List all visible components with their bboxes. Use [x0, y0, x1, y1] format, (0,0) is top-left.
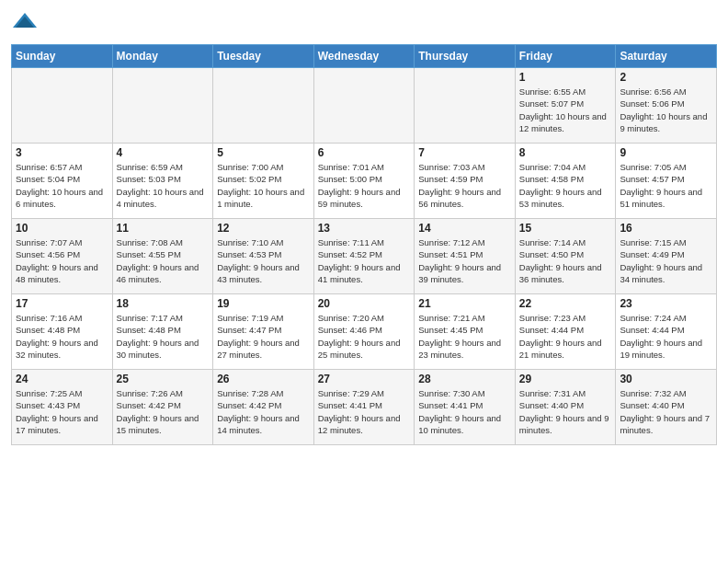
day-cell: 6Sunrise: 7:01 AM Sunset: 5:00 PM Daylig… — [313, 144, 415, 219]
day-info: Sunrise: 7:03 AM Sunset: 4:59 PM Dayligh… — [418, 161, 511, 210]
day-number: 30 — [620, 373, 712, 385]
day-info: Sunrise: 7:01 AM Sunset: 5:00 PM Dayligh… — [318, 161, 411, 210]
day-number: 3 — [16, 146, 108, 159]
day-info: Sunrise: 7:04 AM Sunset: 4:58 PM Dayligh… — [519, 161, 612, 210]
day-cell: 4Sunrise: 6:59 AM Sunset: 5:03 PM Daylig… — [112, 144, 213, 219]
day-info: Sunrise: 6:59 AM Sunset: 5:03 PM Dayligh… — [117, 161, 210, 210]
day-number: 15 — [519, 222, 612, 235]
day-cell: 2Sunrise: 6:56 AM Sunset: 5:06 PM Daylig… — [616, 68, 717, 144]
header — [11, 9, 717, 37]
column-header-wednesday: Wednesday — [313, 45, 415, 68]
day-cell: 5Sunrise: 7:00 AM Sunset: 5:02 PM Daylig… — [213, 144, 314, 219]
day-number: 22 — [519, 297, 612, 310]
day-cell: 22Sunrise: 7:23 AM Sunset: 4:44 PM Dayli… — [515, 294, 616, 370]
header-row: SundayMondayTuesdayWednesdayThursdayFrid… — [12, 45, 717, 68]
day-cell: 9Sunrise: 7:05 AM Sunset: 4:57 PM Daylig… — [616, 144, 717, 219]
day-cell: 18Sunrise: 7:17 AM Sunset: 4:48 PM Dayli… — [112, 294, 213, 370]
day-info: Sunrise: 7:30 AM Sunset: 4:41 PM Dayligh… — [418, 387, 511, 436]
day-info: Sunrise: 7:26 AM Sunset: 4:42 PM Dayligh… — [117, 387, 210, 436]
day-number: 21 — [418, 297, 511, 310]
column-header-friday: Friday — [515, 45, 616, 68]
day-info: Sunrise: 7:28 AM Sunset: 4:42 PM Dayligh… — [217, 387, 310, 436]
day-info: Sunrise: 7:10 AM Sunset: 4:53 PM Dayligh… — [217, 236, 310, 285]
day-info: Sunrise: 7:20 AM Sunset: 4:46 PM Dayligh… — [318, 312, 411, 361]
day-info: Sunrise: 7:17 AM Sunset: 4:48 PM Dayligh… — [117, 312, 210, 361]
day-number: 20 — [318, 297, 411, 310]
day-number: 6 — [318, 146, 411, 159]
page-container: SundayMondayTuesdayWednesdayThursdayFrid… — [0, 0, 728, 453]
day-number: 7 — [418, 146, 511, 159]
day-number: 28 — [418, 373, 511, 385]
day-cell: 20Sunrise: 7:20 AM Sunset: 4:46 PM Dayli… — [313, 294, 415, 370]
day-number: 5 — [217, 146, 310, 159]
day-cell: 17Sunrise: 7:16 AM Sunset: 4:48 PM Dayli… — [12, 294, 113, 370]
day-cell: 28Sunrise: 7:30 AM Sunset: 4:41 PM Dayli… — [415, 370, 516, 445]
calendar-table: SundayMondayTuesdayWednesdayThursdayFrid… — [11, 44, 717, 445]
day-info: Sunrise: 7:24 AM Sunset: 4:44 PM Dayligh… — [620, 312, 712, 361]
column-header-thursday: Thursday — [415, 45, 516, 68]
day-info: Sunrise: 7:32 AM Sunset: 4:40 PM Dayligh… — [620, 387, 712, 436]
day-cell: 23Sunrise: 7:24 AM Sunset: 4:44 PM Dayli… — [616, 294, 717, 370]
day-cell: 11Sunrise: 7:08 AM Sunset: 4:55 PM Dayli… — [112, 219, 213, 294]
day-cell — [112, 68, 213, 144]
day-info: Sunrise: 6:55 AM Sunset: 5:07 PM Dayligh… — [519, 86, 612, 134]
day-cell — [415, 68, 516, 144]
day-info: Sunrise: 7:00 AM Sunset: 5:02 PM Dayligh… — [217, 161, 310, 210]
day-number: 23 — [620, 297, 712, 310]
week-row-2: 3Sunrise: 6:57 AM Sunset: 5:04 PM Daylig… — [12, 144, 717, 219]
day-number: 16 — [620, 222, 712, 235]
day-info: Sunrise: 7:21 AM Sunset: 4:45 PM Dayligh… — [418, 312, 511, 361]
day-number: 14 — [418, 222, 511, 235]
day-cell: 21Sunrise: 7:21 AM Sunset: 4:45 PM Dayli… — [415, 294, 516, 370]
day-number: 17 — [16, 297, 108, 310]
column-header-saturday: Saturday — [616, 45, 717, 68]
day-number: 27 — [318, 373, 411, 385]
day-info: Sunrise: 7:31 AM Sunset: 4:40 PM Dayligh… — [519, 387, 612, 436]
day-info: Sunrise: 6:57 AM Sunset: 5:04 PM Dayligh… — [16, 161, 108, 210]
day-cell: 29Sunrise: 7:31 AM Sunset: 4:40 PM Dayli… — [515, 370, 616, 445]
day-cell: 3Sunrise: 6:57 AM Sunset: 5:04 PM Daylig… — [12, 144, 113, 219]
day-cell: 16Sunrise: 7:15 AM Sunset: 4:49 PM Dayli… — [616, 219, 717, 294]
week-row-4: 17Sunrise: 7:16 AM Sunset: 4:48 PM Dayli… — [12, 294, 717, 370]
day-cell — [213, 68, 314, 144]
day-cell: 10Sunrise: 7:07 AM Sunset: 4:56 PM Dayli… — [12, 219, 113, 294]
day-number: 25 — [117, 373, 210, 385]
day-number: 18 — [117, 297, 210, 310]
day-info: Sunrise: 7:15 AM Sunset: 4:49 PM Dayligh… — [620, 236, 712, 285]
day-number: 10 — [16, 222, 108, 235]
day-number: 26 — [217, 373, 310, 385]
day-info: Sunrise: 7:16 AM Sunset: 4:48 PM Dayligh… — [16, 312, 108, 361]
day-cell: 19Sunrise: 7:19 AM Sunset: 4:47 PM Dayli… — [213, 294, 314, 370]
day-number: 19 — [217, 297, 310, 310]
day-info: Sunrise: 7:29 AM Sunset: 4:41 PM Dayligh… — [318, 387, 411, 436]
day-cell: 24Sunrise: 7:25 AM Sunset: 4:43 PM Dayli… — [12, 370, 113, 445]
day-number: 11 — [117, 222, 210, 235]
day-number: 1 — [519, 71, 612, 84]
day-info: Sunrise: 7:14 AM Sunset: 4:50 PM Dayligh… — [519, 236, 612, 285]
logo-icon — [11, 9, 39, 37]
day-info: Sunrise: 7:05 AM Sunset: 4:57 PM Dayligh… — [620, 161, 712, 210]
day-number: 9 — [620, 146, 712, 159]
day-cell: 30Sunrise: 7:32 AM Sunset: 4:40 PM Dayli… — [616, 370, 717, 445]
week-row-5: 24Sunrise: 7:25 AM Sunset: 4:43 PM Dayli… — [12, 370, 717, 445]
day-info: Sunrise: 6:56 AM Sunset: 5:06 PM Dayligh… — [620, 86, 712, 134]
day-info: Sunrise: 7:11 AM Sunset: 4:52 PM Dayligh… — [318, 236, 411, 285]
day-info: Sunrise: 7:23 AM Sunset: 4:44 PM Dayligh… — [519, 312, 612, 361]
day-cell: 13Sunrise: 7:11 AM Sunset: 4:52 PM Dayli… — [313, 219, 415, 294]
day-number: 8 — [519, 146, 612, 159]
day-number: 12 — [217, 222, 310, 235]
day-cell: 26Sunrise: 7:28 AM Sunset: 4:42 PM Dayli… — [213, 370, 314, 445]
day-info: Sunrise: 7:12 AM Sunset: 4:51 PM Dayligh… — [418, 236, 511, 285]
week-row-1: 1Sunrise: 6:55 AM Sunset: 5:07 PM Daylig… — [12, 68, 717, 144]
day-number: 29 — [519, 373, 612, 385]
day-cell: 25Sunrise: 7:26 AM Sunset: 4:42 PM Dayli… — [112, 370, 213, 445]
day-info: Sunrise: 7:08 AM Sunset: 4:55 PM Dayligh… — [117, 236, 210, 285]
column-header-tuesday: Tuesday — [213, 45, 314, 68]
day-cell: 8Sunrise: 7:04 AM Sunset: 4:58 PM Daylig… — [515, 144, 616, 219]
week-row-3: 10Sunrise: 7:07 AM Sunset: 4:56 PM Dayli… — [12, 219, 717, 294]
day-info: Sunrise: 7:19 AM Sunset: 4:47 PM Dayligh… — [217, 312, 310, 361]
column-header-monday: Monday — [112, 45, 213, 68]
day-cell — [12, 68, 113, 144]
day-number: 2 — [620, 71, 712, 84]
day-info: Sunrise: 7:25 AM Sunset: 4:43 PM Dayligh… — [16, 387, 108, 436]
